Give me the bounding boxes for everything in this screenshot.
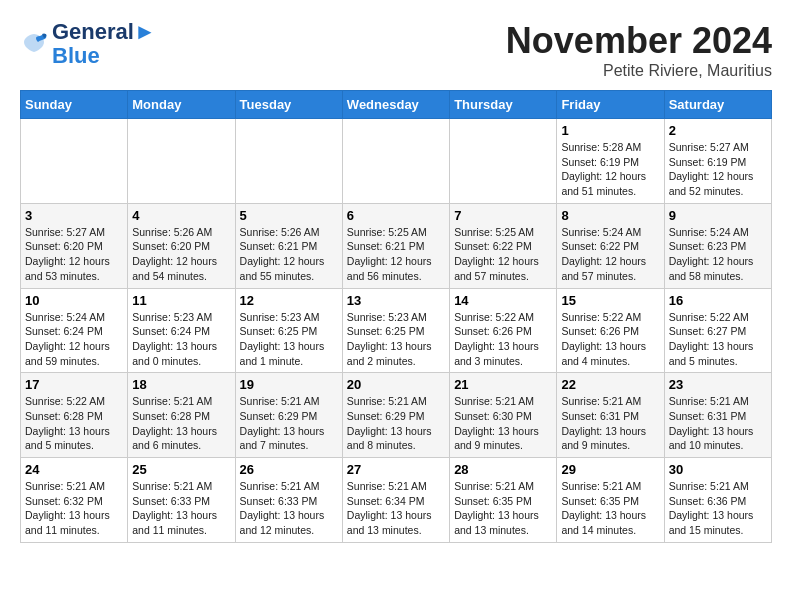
title-block: November 2024 Petite Riviere, Mauritius — [506, 20, 772, 80]
day-number: 24 — [25, 462, 123, 477]
calendar-cell: 16Sunrise: 5:22 AMSunset: 6:27 PMDayligh… — [664, 288, 771, 373]
calendar-cell: 8Sunrise: 5:24 AMSunset: 6:22 PMDaylight… — [557, 203, 664, 288]
calendar-cell: 30Sunrise: 5:21 AMSunset: 6:36 PMDayligh… — [664, 458, 771, 543]
day-number: 15 — [561, 293, 659, 308]
logo-text: General► Blue — [52, 20, 156, 68]
day-number: 28 — [454, 462, 552, 477]
weekday-header-friday: Friday — [557, 91, 664, 119]
weekday-header-row: SundayMondayTuesdayWednesdayThursdayFrid… — [21, 91, 772, 119]
calendar-cell: 15Sunrise: 5:22 AMSunset: 6:26 PMDayligh… — [557, 288, 664, 373]
day-number: 11 — [132, 293, 230, 308]
day-info: Sunrise: 5:21 AMSunset: 6:31 PMDaylight:… — [669, 394, 767, 453]
month-title: November 2024 — [506, 20, 772, 62]
day-info: Sunrise: 5:24 AMSunset: 6:24 PMDaylight:… — [25, 310, 123, 369]
calendar-cell: 21Sunrise: 5:21 AMSunset: 6:30 PMDayligh… — [450, 373, 557, 458]
day-info: Sunrise: 5:25 AMSunset: 6:22 PMDaylight:… — [454, 225, 552, 284]
day-number: 27 — [347, 462, 445, 477]
day-number: 7 — [454, 208, 552, 223]
calendar-cell: 4Sunrise: 5:26 AMSunset: 6:20 PMDaylight… — [128, 203, 235, 288]
day-info: Sunrise: 5:21 AMSunset: 6:30 PMDaylight:… — [454, 394, 552, 453]
day-number: 14 — [454, 293, 552, 308]
day-info: Sunrise: 5:21 AMSunset: 6:29 PMDaylight:… — [240, 394, 338, 453]
day-number: 4 — [132, 208, 230, 223]
calendar-cell: 25Sunrise: 5:21 AMSunset: 6:33 PMDayligh… — [128, 458, 235, 543]
day-info: Sunrise: 5:21 AMSunset: 6:29 PMDaylight:… — [347, 394, 445, 453]
day-info: Sunrise: 5:22 AMSunset: 6:26 PMDaylight:… — [454, 310, 552, 369]
day-number: 13 — [347, 293, 445, 308]
weekday-header-saturday: Saturday — [664, 91, 771, 119]
day-number: 9 — [669, 208, 767, 223]
location-subtitle: Petite Riviere, Mauritius — [506, 62, 772, 80]
day-number: 8 — [561, 208, 659, 223]
weekday-header-thursday: Thursday — [450, 91, 557, 119]
calendar-cell: 9Sunrise: 5:24 AMSunset: 6:23 PMDaylight… — [664, 203, 771, 288]
calendar-cell: 29Sunrise: 5:21 AMSunset: 6:35 PMDayligh… — [557, 458, 664, 543]
day-info: Sunrise: 5:21 AMSunset: 6:32 PMDaylight:… — [25, 479, 123, 538]
calendar-cell: 3Sunrise: 5:27 AMSunset: 6:20 PMDaylight… — [21, 203, 128, 288]
calendar-cell: 2Sunrise: 5:27 AMSunset: 6:19 PMDaylight… — [664, 119, 771, 204]
day-number: 16 — [669, 293, 767, 308]
day-info: Sunrise: 5:23 AMSunset: 6:25 PMDaylight:… — [240, 310, 338, 369]
day-number: 20 — [347, 377, 445, 392]
day-number: 22 — [561, 377, 659, 392]
calendar-week-row: 3Sunrise: 5:27 AMSunset: 6:20 PMDaylight… — [21, 203, 772, 288]
day-number: 29 — [561, 462, 659, 477]
calendar-cell: 28Sunrise: 5:21 AMSunset: 6:35 PMDayligh… — [450, 458, 557, 543]
day-number: 2 — [669, 123, 767, 138]
day-number: 30 — [669, 462, 767, 477]
logo-icon — [20, 30, 48, 58]
calendar-cell — [21, 119, 128, 204]
calendar-week-row: 10Sunrise: 5:24 AMSunset: 6:24 PMDayligh… — [21, 288, 772, 373]
day-info: Sunrise: 5:27 AMSunset: 6:19 PMDaylight:… — [669, 140, 767, 199]
day-number: 12 — [240, 293, 338, 308]
calendar-cell — [450, 119, 557, 204]
calendar-week-row: 17Sunrise: 5:22 AMSunset: 6:28 PMDayligh… — [21, 373, 772, 458]
calendar-cell: 11Sunrise: 5:23 AMSunset: 6:24 PMDayligh… — [128, 288, 235, 373]
calendar-cell — [342, 119, 449, 204]
day-number: 17 — [25, 377, 123, 392]
calendar-cell: 26Sunrise: 5:21 AMSunset: 6:33 PMDayligh… — [235, 458, 342, 543]
day-number: 18 — [132, 377, 230, 392]
day-number: 25 — [132, 462, 230, 477]
weekday-header-tuesday: Tuesday — [235, 91, 342, 119]
calendar-cell: 20Sunrise: 5:21 AMSunset: 6:29 PMDayligh… — [342, 373, 449, 458]
calendar-week-row: 24Sunrise: 5:21 AMSunset: 6:32 PMDayligh… — [21, 458, 772, 543]
calendar-table: SundayMondayTuesdayWednesdayThursdayFrid… — [20, 90, 772, 543]
day-number: 1 — [561, 123, 659, 138]
day-info: Sunrise: 5:21 AMSunset: 6:33 PMDaylight:… — [132, 479, 230, 538]
day-info: Sunrise: 5:21 AMSunset: 6:35 PMDaylight:… — [561, 479, 659, 538]
weekday-header-wednesday: Wednesday — [342, 91, 449, 119]
day-number: 26 — [240, 462, 338, 477]
calendar-cell: 12Sunrise: 5:23 AMSunset: 6:25 PMDayligh… — [235, 288, 342, 373]
calendar-cell — [235, 119, 342, 204]
calendar-cell: 1Sunrise: 5:28 AMSunset: 6:19 PMDaylight… — [557, 119, 664, 204]
weekday-header-monday: Monday — [128, 91, 235, 119]
calendar-cell: 23Sunrise: 5:21 AMSunset: 6:31 PMDayligh… — [664, 373, 771, 458]
day-info: Sunrise: 5:21 AMSunset: 6:36 PMDaylight:… — [669, 479, 767, 538]
day-number: 23 — [669, 377, 767, 392]
day-info: Sunrise: 5:21 AMSunset: 6:31 PMDaylight:… — [561, 394, 659, 453]
day-number: 6 — [347, 208, 445, 223]
day-info: Sunrise: 5:23 AMSunset: 6:24 PMDaylight:… — [132, 310, 230, 369]
calendar-cell: 22Sunrise: 5:21 AMSunset: 6:31 PMDayligh… — [557, 373, 664, 458]
day-info: Sunrise: 5:21 AMSunset: 6:28 PMDaylight:… — [132, 394, 230, 453]
calendar-cell: 18Sunrise: 5:21 AMSunset: 6:28 PMDayligh… — [128, 373, 235, 458]
calendar-cell: 5Sunrise: 5:26 AMSunset: 6:21 PMDaylight… — [235, 203, 342, 288]
calendar-cell: 10Sunrise: 5:24 AMSunset: 6:24 PMDayligh… — [21, 288, 128, 373]
day-info: Sunrise: 5:27 AMSunset: 6:20 PMDaylight:… — [25, 225, 123, 284]
day-info: Sunrise: 5:23 AMSunset: 6:25 PMDaylight:… — [347, 310, 445, 369]
day-info: Sunrise: 5:24 AMSunset: 6:23 PMDaylight:… — [669, 225, 767, 284]
logo: General► Blue — [20, 20, 156, 68]
day-number: 21 — [454, 377, 552, 392]
weekday-header-sunday: Sunday — [21, 91, 128, 119]
day-info: Sunrise: 5:22 AMSunset: 6:27 PMDaylight:… — [669, 310, 767, 369]
day-number: 19 — [240, 377, 338, 392]
day-number: 10 — [25, 293, 123, 308]
day-info: Sunrise: 5:21 AMSunset: 6:34 PMDaylight:… — [347, 479, 445, 538]
calendar-cell: 7Sunrise: 5:25 AMSunset: 6:22 PMDaylight… — [450, 203, 557, 288]
calendar-week-row: 1Sunrise: 5:28 AMSunset: 6:19 PMDaylight… — [21, 119, 772, 204]
day-info: Sunrise: 5:28 AMSunset: 6:19 PMDaylight:… — [561, 140, 659, 199]
day-info: Sunrise: 5:24 AMSunset: 6:22 PMDaylight:… — [561, 225, 659, 284]
day-info: Sunrise: 5:21 AMSunset: 6:35 PMDaylight:… — [454, 479, 552, 538]
day-info: Sunrise: 5:26 AMSunset: 6:20 PMDaylight:… — [132, 225, 230, 284]
